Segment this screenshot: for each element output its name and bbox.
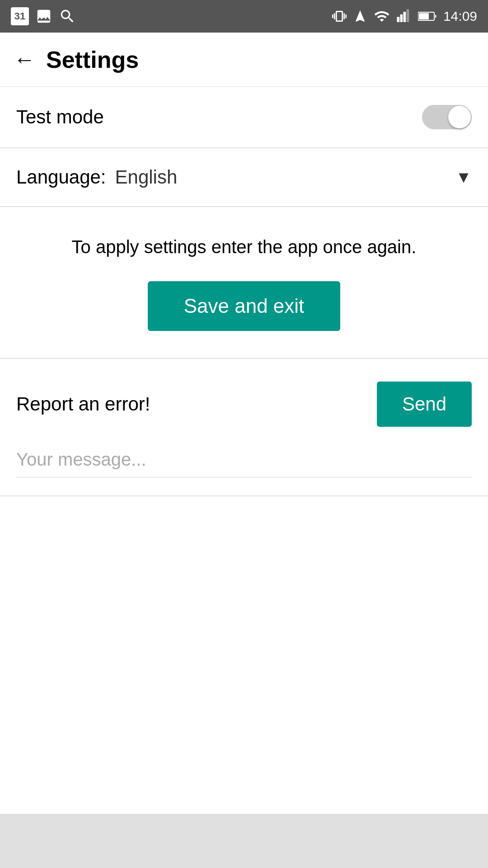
language-selector[interactable]: English ▼	[115, 166, 472, 188]
language-row: Language: English ▼	[0, 148, 488, 207]
report-error-section: Report an error! Send	[0, 359, 488, 496]
svg-rect-1	[400, 14, 403, 22]
report-error-label: Report an error!	[16, 393, 150, 415]
chevron-down-icon: ▼	[455, 168, 472, 187]
status-bar-left-icons: 31	[11, 7, 76, 25]
status-time: 14:09	[443, 9, 477, 24]
back-button[interactable]: ←	[14, 49, 35, 71]
battery-icon	[418, 10, 437, 23]
app-header: ← Settings	[0, 33, 488, 87]
language-label: Language:	[16, 166, 106, 188]
send-button[interactable]: Send	[377, 382, 472, 427]
svg-rect-2	[404, 12, 406, 22]
save-and-exit-button[interactable]: Save and exit	[148, 281, 341, 331]
image-icon	[35, 8, 52, 25]
language-value: English	[115, 166, 451, 188]
page-title: Settings	[46, 46, 139, 73]
toggle-thumb	[448, 106, 471, 128]
svg-rect-5	[419, 13, 429, 19]
message-input[interactable]	[16, 445, 472, 477]
apply-settings-info: To apply settings enter the app once aga…	[72, 234, 417, 259]
test-mode-row: Test mode	[0, 87, 488, 148]
svg-rect-0	[397, 17, 399, 22]
apply-settings-section: To apply settings enter the app once aga…	[0, 207, 488, 359]
vibrate-icon	[332, 9, 347, 24]
report-error-header: Report an error! Send	[16, 382, 472, 427]
test-mode-toggle[interactable]	[422, 105, 472, 129]
search-icon	[59, 8, 76, 25]
toggle-track	[422, 105, 472, 129]
status-bar: 31 14:09	[0, 0, 488, 33]
wifi-icon	[374, 8, 390, 24]
signal-icon	[396, 9, 412, 24]
status-bar-right-icons: 14:09	[332, 8, 477, 24]
nav-icon	[353, 9, 367, 24]
calendar-icon: 31	[11, 7, 29, 25]
test-mode-label: Test mode	[16, 106, 104, 128]
svg-rect-3	[407, 9, 409, 22]
bottom-navigation-bar	[0, 814, 488, 868]
